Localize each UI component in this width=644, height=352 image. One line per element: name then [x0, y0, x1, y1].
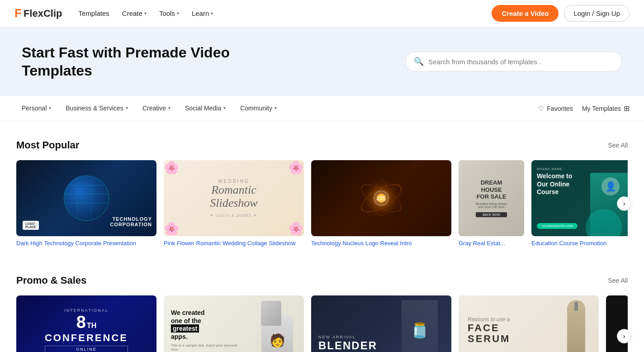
popular-next-button[interactable]: › [617, 196, 631, 211]
popular-row-wrapper: LOGOPLACE TECHNOLOGY CORPORATION Dark Hi… [16, 160, 628, 247]
template-card-wedding[interactable]: 🌸 🌸 🌸 🌸 WEDDING RomanticSlideshow ✦ LUCI… [164, 160, 304, 247]
template-card-realestate[interactable]: DREAMHOUSEFOR SALE Beautiful listing det… [459, 160, 524, 247]
search-input[interactable] [428, 58, 614, 66]
promo-next-button[interactable]: › [617, 329, 631, 343]
caret-icon: ▾ [168, 105, 170, 110]
promo-row-wrapper: INTERNATIONAL 8 TH CONFERENCE ONLINE 8th… [16, 295, 628, 352]
cat-community[interactable]: Community ▾ [233, 96, 284, 121]
layers-icon: ⊞ [624, 104, 630, 113]
see-all-promo[interactable]: See All [608, 277, 628, 284]
template-card-dark5[interactable] [606, 295, 628, 352]
navbar: F FlexClip Templates Create ▾ Tools ▾ Le… [0, 0, 644, 27]
logo-icon: F [14, 6, 22, 20]
caret-icon: ▾ [223, 105, 226, 110]
caret-icon: ▾ [126, 105, 128, 110]
caret-icon: ▾ [49, 105, 51, 110]
template-card-serum[interactable]: Reasons to use a FACESERUM Reasons to Us… [459, 295, 599, 352]
thumb-course: 👤 BRAND NAME Welcome toOur OnlineCourse … [531, 160, 628, 236]
thumb-realestate: DREAMHOUSEFOR SALE Beautiful listing det… [459, 160, 524, 236]
caret-icon: ▾ [211, 11, 213, 16]
template-card-blender[interactable]: 🫙 NEW ARRIVAL BLENDER New Arrival Blende… [311, 295, 451, 352]
template-label-nucleus: Technology Nucleus Logo Reveal Intro [311, 240, 451, 247]
my-templates-button[interactable]: My Templates ⊞ [582, 104, 630, 113]
template-card-tech-corp[interactable]: LOGOPLACE TECHNOLOGY CORPORATION Dark Hi… [16, 160, 156, 247]
section-title-popular: Most Popular [16, 139, 79, 151]
cat-nav-items: Personal ▾ Business & Services ▾ Creativ… [14, 96, 538, 121]
search-icon: 🔍 [414, 57, 424, 67]
thumb-dark5 [606, 295, 628, 352]
thumb-app: 🧑 We createdone of thegreatestapps. This… [164, 295, 304, 352]
thumb-serum: Reasons to use a FACESERUM [459, 295, 599, 352]
cat-personal[interactable]: Personal ▾ [14, 96, 58, 121]
favorites-button[interactable]: ♡ Favorites [538, 105, 573, 112]
template-label-wedding: Pink Flower Romantic Wedding Collage Sli… [164, 240, 304, 247]
template-card-conference[interactable]: INTERNATIONAL 8 TH CONFERENCE ONLINE 8th… [16, 295, 156, 352]
thumb-wedding: 🌸 🌸 🌸 🌸 WEDDING RomanticSlideshow ✦ LUCI… [164, 160, 304, 236]
caret-icon: ▾ [177, 11, 179, 16]
most-popular-section: Most Popular See All [0, 121, 644, 257]
template-card-app[interactable]: 🧑 We createdone of thegreatestapps. This… [164, 295, 304, 352]
template-label-realestate: Gray Real Estat... [459, 240, 524, 247]
hero-title: Start Fast with Premade Video Templates [22, 43, 248, 80]
nav-links: Templates Create ▾ Tools ▾ Learn ▾ [78, 10, 492, 17]
promo-template-row: INTERNATIONAL 8 TH CONFERENCE ONLINE 8th… [16, 295, 628, 352]
thumb-conference: INTERNATIONAL 8 TH CONFERENCE ONLINE [16, 295, 156, 352]
nav-learn[interactable]: Learn ▾ [192, 10, 213, 17]
section-title-promo: Promo & Sales [16, 275, 86, 286]
hero-section: Start Fast with Premade Video Templates … [0, 27, 644, 96]
thumb-tech-corp: LOGOPLACE TECHNOLOGY CORPORATION [16, 160, 156, 236]
cat-nav-right: ♡ Favorites My Templates ⊞ [538, 104, 630, 113]
create-video-button[interactable]: Create a Video [492, 5, 559, 22]
template-card-nucleus[interactable]: LOGOPLACE Technology Nucleus Logo Reveal… [311, 160, 451, 247]
nav-templates[interactable]: Templates [78, 10, 109, 17]
nav-create[interactable]: Create ▾ [122, 10, 147, 17]
cat-social[interactable]: Social Media ▾ [178, 96, 233, 121]
template-label-tech-corp: Dark High Technology Corporate Presentat… [16, 240, 156, 247]
cat-business[interactable]: Business & Services ▾ [58, 96, 135, 121]
logo[interactable]: F FlexClip [14, 6, 62, 20]
heart-icon: ♡ [538, 105, 544, 112]
login-button[interactable]: Login / Sign Up [564, 5, 630, 22]
section-header-promo: Promo & Sales See All [16, 275, 628, 286]
caret-icon: ▾ [275, 105, 277, 110]
see-all-popular[interactable]: See All [608, 142, 628, 149]
logo-text: FlexClip [24, 8, 62, 19]
template-card-course[interactable]: 👤 BRAND NAME Welcome toOur OnlineCourse … [531, 160, 628, 247]
thumb-nucleus: LOGOPLACE [311, 160, 451, 236]
popular-template-row: LOGOPLACE TECHNOLOGY CORPORATION Dark Hi… [16, 160, 628, 247]
nav-tools[interactable]: Tools ▾ [159, 10, 179, 17]
cat-creative[interactable]: Creative ▾ [135, 96, 178, 121]
category-nav: Personal ▾ Business & Services ▾ Creativ… [0, 96, 644, 121]
nav-actions: Create a Video Login / Sign Up [492, 5, 630, 22]
caret-icon: ▾ [144, 11, 147, 16]
promo-sales-section: Promo & Sales See All INTERNATIONAL 8 TH… [0, 257, 644, 352]
search-bar: 🔍 [405, 52, 622, 71]
section-header-popular: Most Popular See All [16, 139, 628, 151]
template-label-course: Education Course Promotion [531, 240, 628, 247]
thumb-blender: 🫙 NEW ARRIVAL BLENDER [311, 295, 451, 352]
